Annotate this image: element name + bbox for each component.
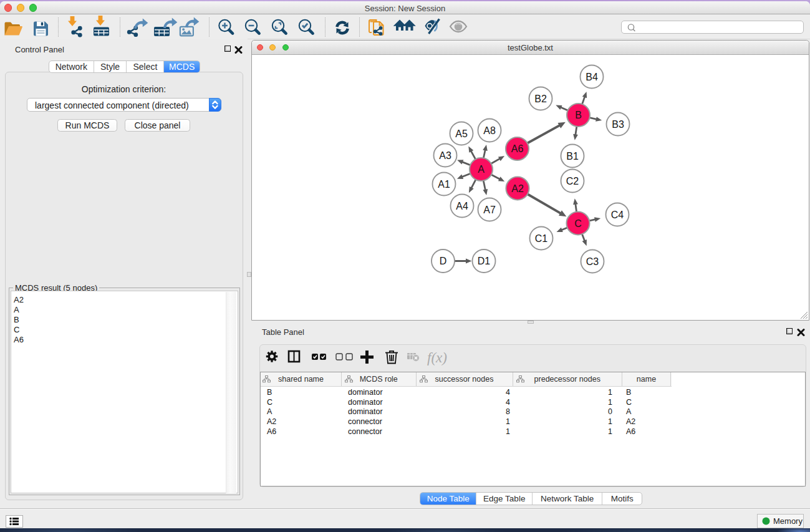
svg-text:C2: C2 bbox=[566, 175, 579, 186]
svg-text:B2: B2 bbox=[534, 93, 547, 104]
svg-text:A2: A2 bbox=[511, 183, 524, 193]
svg-text:B1: B1 bbox=[566, 150, 579, 161]
svg-text:B4: B4 bbox=[586, 71, 598, 82]
svg-text:C: C bbox=[574, 218, 582, 228]
svg-text:D: D bbox=[440, 256, 447, 266]
svg-text:A8: A8 bbox=[483, 125, 496, 135]
svg-text:C4: C4 bbox=[611, 209, 624, 220]
svg-text:D1: D1 bbox=[478, 256, 491, 266]
svg-text:C3: C3 bbox=[586, 256, 599, 266]
svg-text:f(x): f(x) bbox=[427, 350, 447, 365]
svg-text:A3: A3 bbox=[439, 150, 451, 160]
svg-text:A6: A6 bbox=[511, 143, 524, 154]
svg-text:A4: A4 bbox=[456, 200, 468, 211]
svg-text:C1: C1 bbox=[535, 233, 548, 243]
svg-text:A7: A7 bbox=[483, 204, 496, 215]
svg-text:B: B bbox=[575, 110, 582, 120]
svg-text:A: A bbox=[478, 164, 485, 175]
svg-text:A1: A1 bbox=[438, 178, 450, 189]
svg-text:B3: B3 bbox=[612, 118, 624, 129]
svg-text:A5: A5 bbox=[455, 128, 468, 138]
